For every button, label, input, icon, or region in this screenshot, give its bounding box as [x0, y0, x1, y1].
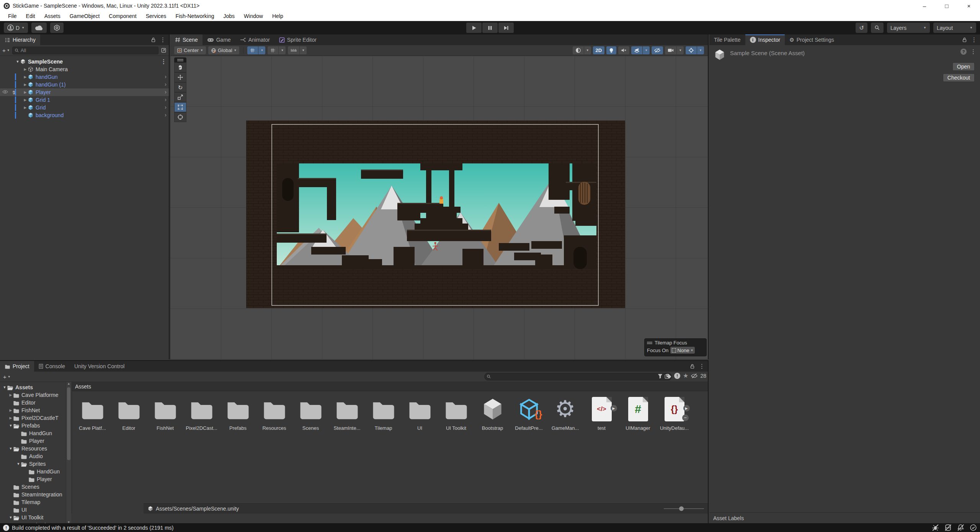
hierarchy-search[interactable] — [12, 47, 158, 54]
notifications-muted-icon[interactable] — [957, 524, 964, 531]
expand-arrow-icon[interactable]: ▶ — [23, 106, 28, 109]
prefab-chevron-icon[interactable]: › — [165, 112, 167, 118]
asset-script-uimanager[interactable]: # UIManager — [620, 395, 656, 431]
menu-component[interactable]: Component — [105, 12, 140, 20]
tab-game[interactable]: Game — [203, 34, 235, 45]
step-button[interactable] — [498, 23, 514, 33]
prefab-chevron-icon[interactable]: › — [165, 104, 167, 110]
layout-dropdown[interactable]: Layout ▼ — [933, 23, 976, 33]
kebab-menu-icon[interactable]: ⋮ — [699, 363, 705, 370]
play-button[interactable] — [466, 23, 482, 33]
breadcrumb[interactable]: Assets/Scenes/SampleScene.unity — [156, 506, 239, 512]
2d-mode-toggle[interactable]: 2D — [593, 46, 605, 54]
undo-history-button[interactable]: ↺ — [856, 23, 867, 33]
shading-mode-dropdown[interactable]: ▼ — [584, 46, 591, 54]
tool-handle-pivot-dropdown[interactable]: Center ▼ — [174, 46, 206, 54]
snap-increment-toggle[interactable] — [268, 46, 278, 54]
prefab-chevron-icon[interactable]: › — [165, 96, 167, 103]
hierarchy-row-handgun-1[interactable]: ▶ handGun (1) › — [0, 81, 169, 88]
asset-gamemanager[interactable]: ⚙ GameMan... — [547, 395, 583, 431]
slider-thumb[interactable] — [679, 506, 684, 511]
cloud-services-button[interactable] — [31, 23, 47, 33]
prefab-chevron-icon[interactable]: › — [165, 73, 167, 80]
menu-jobs[interactable]: Jobs — [219, 12, 239, 20]
open-button[interactable]: Open — [952, 62, 975, 71]
filter-by-type-icon[interactable] — [657, 373, 663, 379]
tree-row-scenes[interactable]: Scenes — [0, 483, 66, 491]
lock-icon[interactable] — [690, 364, 695, 369]
hierarchy-search-input[interactable] — [21, 47, 156, 53]
status-message[interactable]: Build completed with a result of 'Succee… — [12, 525, 173, 531]
tree-row-sprites[interactable]: ▼ Sprites — [0, 460, 66, 468]
scene-effects-toggle[interactable] — [631, 46, 642, 54]
tree-row-cave-platforme[interactable]: ▶ Cave Platforme — [0, 391, 66, 399]
kebab-menu-icon[interactable]: ⋮ — [971, 36, 977, 43]
snap-increment-dropdown[interactable]: ▼ — [279, 46, 286, 54]
tab-console[interactable]: Console — [34, 361, 70, 372]
asset-prefab-defaultprefab[interactable]: {} DefaultPre... — [511, 395, 547, 431]
focus-on-dropdown[interactable]: None ▼ — [670, 347, 695, 354]
grid-snap-toggle[interactable] — [247, 46, 258, 54]
prefab-chevron-icon[interactable]: › — [165, 89, 167, 95]
account-dropdown[interactable]: D ▼ — [4, 23, 28, 33]
grid-snap-dropdown[interactable]: ▼ — [258, 46, 265, 54]
tree-row-tilemap[interactable]: Tilemap — [0, 498, 66, 506]
debugger-disabled-icon[interactable] — [932, 524, 939, 531]
shading-mode-button[interactable] — [573, 46, 584, 54]
progress-check-icon[interactable] — [970, 524, 977, 531]
kebab-menu-icon[interactable]: ⋮ — [970, 48, 976, 55]
close-button[interactable]: × — [958, 0, 980, 11]
asset-folder-resources[interactable]: Resources — [256, 395, 292, 431]
layers-dropdown[interactable]: Layers ▼ — [887, 23, 930, 33]
expand-arrow-icon[interactable]: ▶ — [23, 98, 28, 102]
expand-arrow-icon[interactable]: ▼ — [8, 424, 13, 428]
tree-row-prefabs[interactable]: ▼ Prefabs — [0, 422, 66, 429]
tool-handle-rotation-dropdown[interactable]: Global ▼ — [208, 46, 240, 54]
menu-fish-networking[interactable]: Fish-Networking — [171, 12, 218, 20]
kebab-menu-icon[interactable]: ⋮ — [160, 36, 166, 43]
lock-icon[interactable] — [151, 37, 156, 42]
tree-row-ui-toolkit[interactable]: ▼ UI Toolkit — [0, 514, 66, 521]
maximize-button[interactable]: □ — [936, 0, 958, 11]
transform-tool-button[interactable] — [174, 112, 186, 122]
scene-camera-dropdown[interactable]: ▼ — [677, 46, 684, 54]
scene-viewport[interactable]: ↻ Tilemap Focus Focus On None ▼ — [170, 56, 708, 359]
tree-row-editor[interactable]: Editor — [0, 399, 66, 406]
picker-icon[interactable] — [161, 47, 167, 53]
plastic-scm-button[interactable] — [50, 23, 64, 33]
menu-file[interactable]: File — [4, 12, 21, 20]
overlay-drag-handle[interactable] — [647, 342, 652, 344]
expand-arrow-icon[interactable]: ▶ — [23, 90, 28, 94]
tree-scrollbar[interactable]: ▲▼ — [66, 382, 71, 524]
menu-assets[interactable]: Assets — [40, 12, 65, 20]
tree-row-sprites-player[interactable]: Player — [0, 475, 66, 483]
kebab-menu-icon[interactable]: ⋮ — [161, 58, 167, 65]
expand-arrow-icon[interactable]: ▶ — [8, 408, 13, 412]
asset-folder-fishnet[interactable]: FishNet — [147, 395, 183, 431]
hierarchy-row-player[interactable]: ▶ Player › — [0, 88, 169, 96]
gizmos-toggle[interactable] — [686, 46, 697, 54]
minimize-button[interactable]: – — [913, 0, 936, 11]
menu-edit[interactable]: Edit — [22, 12, 39, 20]
lock-icon[interactable] — [962, 37, 967, 42]
tab-hierarchy[interactable]: Hierarchy — [0, 34, 40, 45]
tree-row-audio[interactable]: Audio — [0, 452, 66, 460]
tree-row-prefabs-handgun[interactable]: HandGun — [0, 429, 66, 437]
scale-tool-button[interactable] — [174, 92, 186, 102]
help-icon[interactable]: ? — [960, 49, 967, 55]
expand-arrow-icon[interactable]: ▶ — [23, 83, 28, 86]
expand-arrow-icon[interactable]: ▼ — [15, 60, 20, 64]
menu-gameobject[interactable]: GameObject — [65, 12, 104, 20]
tree-row-assets[interactable]: ▼ Assets — [0, 383, 66, 391]
scene-lighting-toggle[interactable] — [606, 46, 616, 54]
project-search-input[interactable] — [493, 374, 663, 380]
expand-arrow-icon[interactable]: ▼ — [8, 516, 13, 519]
pause-button[interactable] — [482, 23, 498, 33]
asset-folder-scenes[interactable]: Scenes — [292, 395, 329, 431]
expand-arrow-icon[interactable]: ▶ — [8, 416, 13, 420]
tab-animator[interactable]: Animator — [235, 34, 274, 45]
hierarchy-row-main-camera[interactable]: ▶ Main Camera — [0, 65, 169, 73]
grid-zoom-slider[interactable] — [664, 508, 704, 509]
measure-tool-toggle[interactable] — [288, 46, 299, 54]
asset-folder-tilemap[interactable]: Tilemap — [365, 395, 402, 431]
